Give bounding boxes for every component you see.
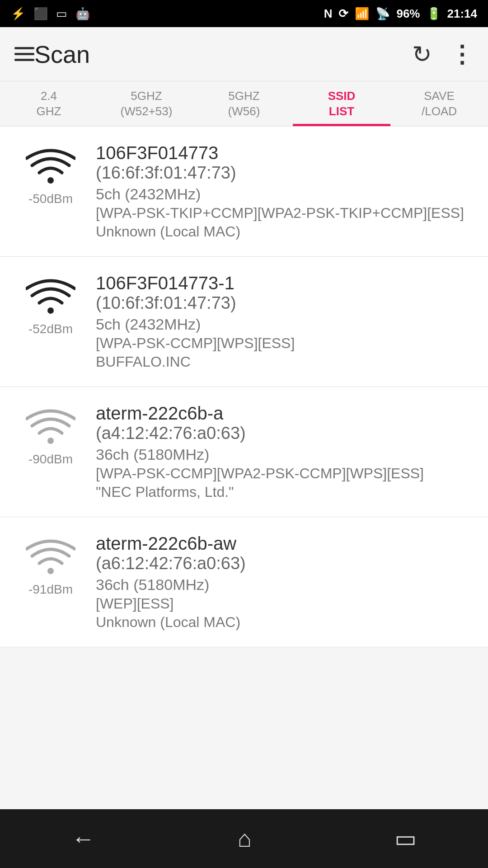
hamburger-menu-button[interactable] [14,47,34,61]
svg-point-3 [47,568,54,574]
network-item[interactable]: -52dBm 106F3F014773-1 (10:6f:3f:01:47:73… [0,257,488,387]
network-list: -50dBm 106F3F014773 (16:6f:3f:01:47:73) … [0,127,488,647]
bottom-navigation: ← ⌂ ▭ [0,809,488,868]
network-info: aterm-222c6b-aw (a6:12:42:76:a0:63) 36ch… [87,533,474,631]
svg-point-1 [47,307,54,314]
signal-strength: -90dBm [28,452,73,467]
wifi-icon-col: -90dBm [14,403,87,467]
page-title: Scan [34,40,394,68]
battery-percent: 96% [396,7,420,21]
tab-bar: 2.4GHZ 5GHZ(W52+53) 5GHZ(W56) SSIDLIST S… [0,81,488,127]
network-security: [WPA-PSK-CCMP][WPS][ESS] [96,335,474,352]
network-ssid: 106F3F014773-1 [96,273,474,293]
signal-icon: 📡 [375,7,390,21]
nfc-icon: N [324,7,333,21]
rotate-icon: ⟳ [338,7,348,21]
tab-5ghz-w56[interactable]: 5GHZ(W56) [195,81,293,126]
network-item[interactable]: -90dBm aterm-222c6b-a (a4:12:42:76:a0:63… [0,387,488,517]
network-info: 106F3F014773 (16:6f:3f:01:47:73) 5ch (24… [87,143,474,240]
tab-save-load[interactable]: SAVE/LOAD [390,81,488,126]
status-icons-right: N ⟳ 📶 📡 96% 🔋 21:14 [324,7,477,21]
network-ssid: 106F3F014773 [96,143,474,163]
network-channel: 5ch (2432MHz) [96,316,474,333]
network-vendor: Unknown (Local MAC) [96,223,474,240]
wifi-icon-col: -91dBm [14,533,87,597]
network-channel: 5ch (2432MHz) [96,185,474,203]
wifi-icon-col: -50dBm [14,143,87,206]
back-button[interactable]: ← [71,825,95,852]
svg-point-2 [47,438,54,444]
tab-2-4ghz[interactable]: 2.4GHZ [0,81,98,126]
app-bar: Scan ↻ ⋮ [0,27,488,81]
network-security: [WPA-PSK-CCMP][WPA2-PSK-CCMP][WPS][ESS] [96,465,474,482]
time: 21:14 [447,7,478,21]
network-mac: (10:6f:3f:01:47:73) [96,293,474,313]
signal-strength: -52dBm [28,322,73,336]
status-bar: ⚡ ⬛ ▭ 🤖 N ⟳ 📶 📡 96% 🔋 21:14 [0,0,488,27]
network-mac: (16:6f:3f:01:47:73) [96,163,474,183]
more-options-button[interactable]: ⋮ [450,41,474,68]
network-item[interactable]: -91dBm aterm-222c6b-aw (a6:12:42:76:a0:6… [0,517,488,647]
network-ssid: aterm-222c6b-aw [96,533,474,554]
network-channel: 36ch (5180MHz) [96,446,474,463]
network-vendor: "NEC Platforms, Ltd." [96,484,474,500]
network-vendor: BUFFALO.INC [96,354,474,370]
svg-point-0 [47,177,54,184]
network-mac: (a6:12:42:76:a0:63) [96,554,474,573]
network-ssid: aterm-222c6b-a [96,403,474,424]
network-mac: (a4:12:42:76:a0:63) [96,424,474,443]
signal-strength: -50dBm [28,192,73,206]
screencast-icon: ⬛ [33,7,48,21]
refresh-button[interactable]: ↻ [412,41,432,68]
wifi-icon-col: -52dBm [14,273,87,336]
network-info: aterm-222c6b-a (a4:12:42:76:a0:63) 36ch … [87,403,474,500]
battery-icon: 🔋 [427,7,441,21]
android-icon: 🤖 [75,7,90,21]
tablet-icon: ▭ [56,7,67,21]
network-info: 106F3F014773-1 (10:6f:3f:01:47:73) 5ch (… [87,273,474,370]
usb-icon: ⚡ [11,7,25,21]
status-icons-left: ⚡ ⬛ ▭ 🤖 [11,7,90,21]
wifi-status-icon: 📶 [355,7,369,21]
network-item[interactable]: -50dBm 106F3F014773 (16:6f:3f:01:47:73) … [0,127,488,257]
home-button[interactable]: ⌂ [238,825,252,852]
tab-ssid-list[interactable]: SSIDLIST [293,81,390,126]
network-security: [WPA-PSK-TKIP+CCMP][WPA2-PSK-TKIP+CCMP][… [96,205,474,222]
tab-5ghz-w52[interactable]: 5GHZ(W52+53) [98,81,195,126]
network-vendor: Unknown (Local MAC) [96,614,474,631]
network-security: [WEP][ESS] [96,595,474,612]
recents-button[interactable]: ▭ [394,825,417,852]
signal-strength: -91dBm [28,582,73,597]
network-channel: 36ch (5180MHz) [96,576,474,594]
